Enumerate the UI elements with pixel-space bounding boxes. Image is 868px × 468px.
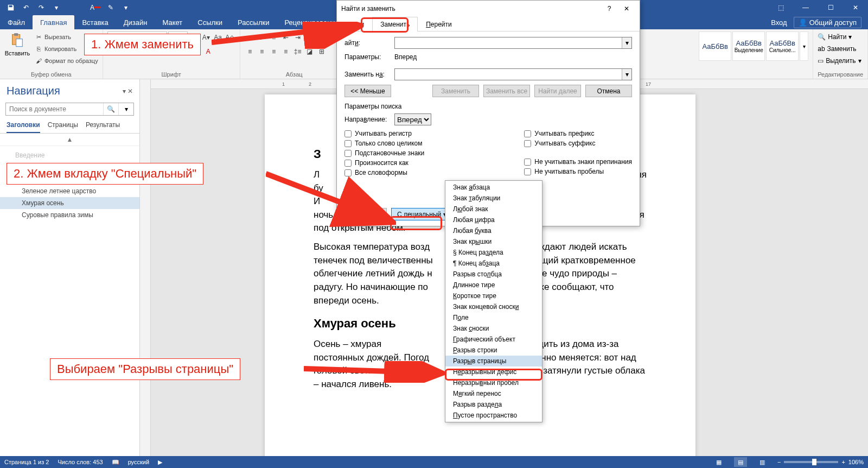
all-forms-checkbox[interactable]: Все словоформы xyxy=(344,169,424,176)
shrink-font-icon[interactable]: A▾ xyxy=(201,32,212,43)
ribbon-options-icon[interactable]: ⬚ xyxy=(768,0,793,15)
tab-references[interactable]: Ссылки xyxy=(190,15,230,29)
menu-item-page-break[interactable]: Разрыв страницы xyxy=(445,356,542,366)
less-button[interactable]: << Меньше xyxy=(344,85,391,97)
menu-item[interactable]: § Конец раздела xyxy=(445,247,542,258)
menu-item[interactable]: Разрыв строки xyxy=(445,345,542,356)
menu-item[interactable]: Неразрывный пробел xyxy=(445,377,542,388)
replace-one-button[interactable]: Заменить xyxy=(432,85,479,97)
nav-tab-headings[interactable]: Заголовки xyxy=(7,121,40,133)
save-icon[interactable] xyxy=(4,1,17,14)
menu-item[interactable]: Пустое пространство xyxy=(445,410,542,421)
change-case-icon[interactable]: Aa xyxy=(213,32,224,43)
select-button[interactable]: ▭Выделить ▾ xyxy=(818,55,861,66)
nav-close-icon[interactable]: ✕ xyxy=(127,87,133,95)
multilevel-icon[interactable]: ≡ xyxy=(269,32,279,43)
qat-dropdown-icon[interactable]: ▾ xyxy=(50,1,63,14)
line-spacing-icon[interactable]: ‡≡ xyxy=(292,46,303,57)
nav-item[interactable]: Зеленое летнее царство xyxy=(0,185,139,197)
menu-item[interactable]: Короткое тире xyxy=(445,290,542,301)
help-icon[interactable]: ? xyxy=(601,2,618,15)
nav-item[interactable]: Суровые правила зимы xyxy=(0,209,139,221)
find-combo[interactable]: ▾ xyxy=(394,37,632,49)
nav-tab-pages[interactable]: Страницы xyxy=(48,121,78,133)
qat-more-icon[interactable]: ▾ xyxy=(119,1,132,14)
zoom-out-icon[interactable]: − xyxy=(777,459,781,465)
numbering-icon[interactable]: 1≡ xyxy=(257,32,267,43)
styles-gallery[interactable]: АаБбВв АаБбВвВыделение АаБбВвСильное... … xyxy=(699,31,808,61)
status-spellcheck-icon[interactable]: 📖 xyxy=(112,459,119,466)
nav-item[interactable]: Введение xyxy=(0,149,139,161)
signin-link[interactable]: Вход xyxy=(771,18,787,27)
tab-insert[interactable]: Вставка xyxy=(74,15,116,29)
tab-mailings[interactable]: Рассылки xyxy=(230,15,277,29)
close-icon[interactable]: ✕ xyxy=(618,2,635,15)
shading-icon[interactable]: ◪ xyxy=(304,46,315,57)
menu-item[interactable]: Знак концевой сноски xyxy=(445,301,542,312)
menu-item[interactable]: Знак сноски xyxy=(445,323,542,334)
view-read-icon[interactable]: ▦ xyxy=(712,457,725,467)
replace-input[interactable] xyxy=(395,69,622,80)
menu-item[interactable]: Графический объект xyxy=(445,334,542,345)
match-suffix-checkbox[interactable]: Учитывать суффикс xyxy=(524,140,632,147)
tab-home[interactable]: Главная xyxy=(33,15,74,29)
highlight-qat-icon[interactable]: ✎ xyxy=(104,1,117,14)
find-input[interactable] xyxy=(395,37,622,48)
format-button[interactable]: Формат ▾ xyxy=(344,208,387,220)
clear-format-icon[interactable]: A◇ xyxy=(225,32,235,43)
chevron-down-icon[interactable]: ▾ xyxy=(622,69,631,80)
justify-icon[interactable]: ≡ xyxy=(280,46,291,57)
view-print-icon[interactable]: ▤ xyxy=(734,457,747,467)
indent-dec-icon[interactable]: ⇤ xyxy=(280,32,291,43)
menu-item[interactable]: Знак абзаца xyxy=(445,182,542,193)
minimize-icon[interactable]: — xyxy=(793,0,818,15)
cancel-button[interactable]: Отмена xyxy=(585,85,632,97)
direction-select[interactable]: Вперед xyxy=(394,113,431,125)
dialog-tab-goto[interactable]: Перейти xyxy=(418,17,460,31)
align-center-icon[interactable]: ≡ xyxy=(257,46,267,57)
menu-item[interactable]: ¶ Конец абзаца xyxy=(445,258,542,269)
align-left-icon[interactable]: ≡ xyxy=(245,46,256,57)
menu-item[interactable]: Любой знак xyxy=(445,204,542,214)
indent-inc-icon[interactable]: ⇥ xyxy=(292,32,303,43)
redo-icon[interactable]: ↷ xyxy=(35,1,48,14)
match-case-checkbox[interactable]: Учитывать регистр xyxy=(344,130,424,137)
menu-item[interactable]: Неразрывный дефис xyxy=(445,366,542,377)
vertical-ruler[interactable] xyxy=(140,79,151,456)
ignore-space-checkbox[interactable]: Не учитывать пробелы xyxy=(524,168,632,175)
find-next-button[interactable]: Найти далее xyxy=(534,85,581,97)
dialog-tab-replace[interactable]: Заменить xyxy=(372,17,418,31)
zoom-value[interactable]: 106% xyxy=(848,459,864,465)
nav-tab-results[interactable]: Результаты xyxy=(86,121,120,133)
zoom-in-icon[interactable]: + xyxy=(841,459,845,465)
maximize-icon[interactable]: ☐ xyxy=(818,0,843,15)
style-item[interactable]: АаБбВвВыделение xyxy=(732,31,765,61)
chevron-down-icon[interactable]: ▾ xyxy=(622,37,631,48)
dialog-tab-find[interactable]: Нати xyxy=(341,17,372,31)
replace-combo[interactable]: ▾ xyxy=(394,68,632,80)
whole-word-checkbox[interactable]: Только слово целиком xyxy=(344,140,424,147)
close-icon[interactable]: ✕ xyxy=(843,0,868,15)
sounds-like-checkbox[interactable]: Произносится как xyxy=(344,159,424,167)
status-macro-icon[interactable]: ▶ xyxy=(158,459,162,466)
tab-layout[interactable]: Макет xyxy=(155,15,190,29)
undo-icon[interactable]: ↶ xyxy=(20,1,33,14)
nav-pin-icon[interactable]: ▾ xyxy=(123,87,126,95)
status-words[interactable]: Число слов: 453 xyxy=(58,459,103,465)
menu-item[interactable]: Знак табуляции xyxy=(445,193,542,204)
replace-all-button[interactable]: Заменить все xyxy=(483,85,530,97)
borders-icon[interactable]: ⊞ xyxy=(316,46,327,57)
paste-button[interactable]: Вставить xyxy=(4,31,30,56)
special-button[interactable]: Специальный ▾ xyxy=(391,208,452,220)
font-color-icon[interactable]: A xyxy=(203,46,214,57)
find-button[interactable]: 🔍Найти ▾ xyxy=(818,31,861,42)
nav-collapse-icon[interactable]: ▲ xyxy=(0,134,139,146)
menu-item[interactable]: Знак крышки xyxy=(445,236,542,247)
align-right-icon[interactable]: ≡ xyxy=(269,46,279,57)
tab-design[interactable]: Дизайн xyxy=(116,15,155,29)
zoom-slider[interactable] xyxy=(784,461,838,463)
styles-more[interactable]: ▾ xyxy=(800,31,808,61)
font-color-qat-icon[interactable]: A xyxy=(89,1,102,14)
status-language[interactable]: русский xyxy=(128,459,149,465)
share-button[interactable]: 👤 Общий доступ xyxy=(794,17,861,28)
